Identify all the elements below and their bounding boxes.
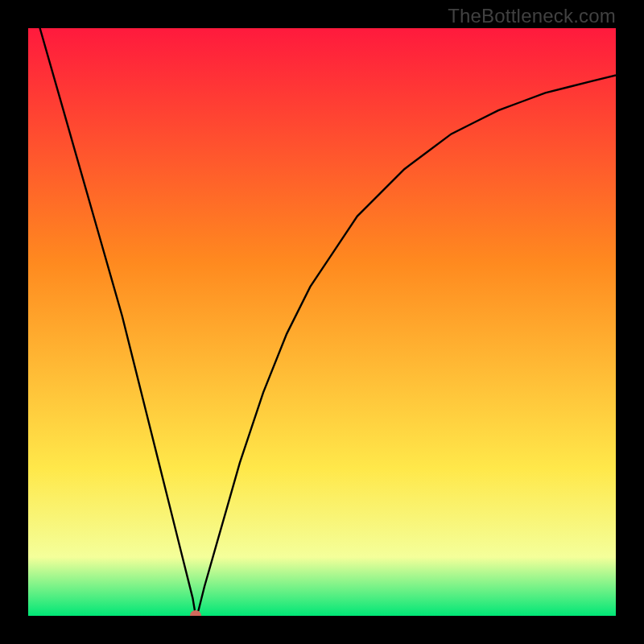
chart-marker-dot bbox=[190, 610, 201, 616]
chart-plot-area bbox=[28, 28, 616, 616]
chart-curve bbox=[28, 28, 616, 616]
watermark-text: TheBottleneck.com bbox=[448, 5, 616, 27]
